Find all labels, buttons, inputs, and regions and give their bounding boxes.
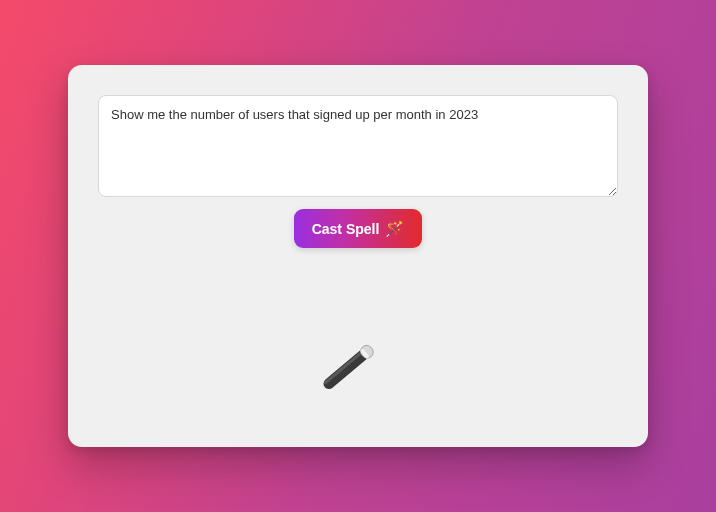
wand-illustration-area <box>98 248 618 427</box>
wand-icon: 🪄 <box>385 221 404 236</box>
cast-spell-label: Cast Spell <box>312 221 380 237</box>
query-input[interactable] <box>98 95 618 197</box>
magic-wand-icon <box>323 333 393 403</box>
cast-spell-button[interactable]: Cast Spell 🪄 <box>294 209 423 248</box>
card-container: Cast Spell 🪄 <box>68 65 648 447</box>
svg-rect-1 <box>323 347 366 384</box>
